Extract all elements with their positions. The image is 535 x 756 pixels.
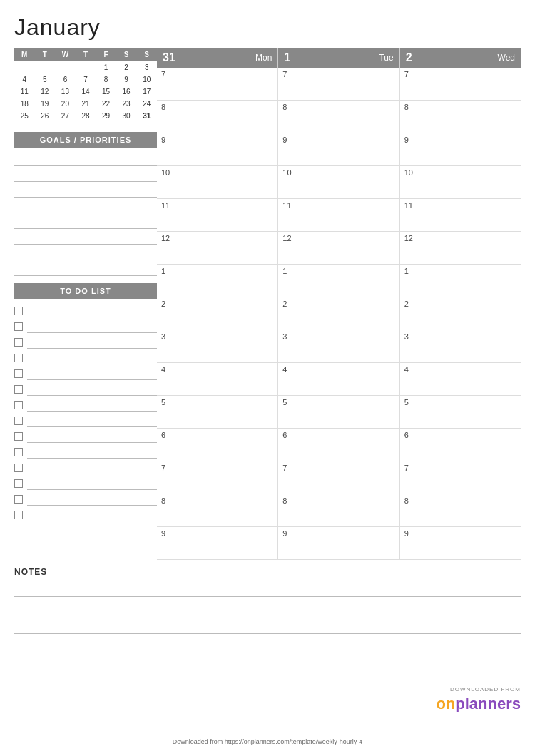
footer-link[interactable]: https://onplanners.com/template/weekly-h… (225, 738, 363, 745)
todo-item (14, 350, 157, 366)
time-row: 555 (157, 396, 521, 429)
goal-line (14, 168, 157, 182)
cal-day: 17 (136, 86, 157, 98)
todo-item (14, 460, 157, 476)
time-label: 12 (161, 234, 273, 242)
time-label: 8 (404, 103, 516, 111)
watermark-planners: planners (455, 695, 521, 713)
time-label: 1 (282, 267, 394, 275)
time-cell: 5 (278, 396, 399, 428)
todo-item-line (27, 430, 157, 443)
todo-checkbox[interactable] (14, 338, 23, 347)
cal-day: 31 (136, 110, 157, 122)
time-cell: 2 (400, 297, 521, 330)
time-label: 10 (161, 168, 273, 177)
time-cell: 7 (157, 68, 278, 100)
todo-checkbox[interactable] (14, 479, 23, 488)
todo-item-line (27, 383, 157, 396)
cal-header: W (55, 48, 76, 61)
time-cell: 4 (400, 363, 521, 395)
todo-checkbox[interactable] (14, 464, 23, 472)
todo-item-line (27, 367, 157, 380)
cal-day: 30 (116, 110, 137, 122)
time-label: 7 (404, 70, 516, 78)
todo-items (14, 303, 157, 523)
time-row: 999 (157, 527, 521, 560)
cal-header: M (14, 48, 35, 61)
time-label: 5 (282, 398, 394, 407)
goals-lines (14, 152, 157, 276)
cal-day: 6 (55, 73, 76, 86)
todo-checkbox[interactable] (14, 417, 23, 425)
time-cell: 8 (278, 494, 399, 526)
todo-item (14, 507, 157, 523)
todo-item (14, 444, 157, 460)
time-row: 111111 (157, 199, 521, 232)
todo-item (14, 413, 157, 429)
time-cell: 4 (278, 363, 399, 395)
cal-day: 24 (136, 98, 157, 110)
todo-checkbox[interactable] (14, 322, 23, 331)
time-label: 8 (282, 103, 394, 111)
time-label: 5 (404, 398, 516, 407)
day-header: 31Mon (157, 48, 278, 68)
cal-day: 28 (76, 110, 96, 122)
time-label: 11 (161, 201, 273, 210)
time-cell: 12 (157, 232, 278, 264)
time-label: 3 (404, 332, 516, 341)
cal-day (76, 61, 96, 73)
time-cell: 12 (278, 232, 399, 264)
time-row: 777 (157, 461, 521, 494)
goal-line (14, 215, 157, 229)
time-label: 3 (282, 332, 394, 341)
day-name: Wed (498, 53, 515, 63)
time-cell: 7 (157, 461, 278, 494)
todo-checkbox[interactable] (14, 401, 23, 409)
todo-item (14, 366, 157, 382)
todo-checkbox[interactable] (14, 448, 23, 456)
todo-checkbox[interactable] (14, 511, 23, 519)
cal-day: 20 (55, 98, 76, 110)
notes-section: NOTES (14, 567, 521, 634)
watermark-download-text: DOWNLOADED FROM (450, 687, 521, 693)
time-cell: 3 (400, 330, 521, 362)
mini-calendar: MTWTFSS 12345678910111213141516171819202… (14, 48, 157, 122)
todo-checkbox[interactable] (14, 432, 23, 441)
time-row: 888 (157, 101, 521, 133)
todo-checkbox[interactable] (14, 495, 23, 504)
goal-line (14, 246, 157, 260)
day-number: 2 (406, 51, 412, 64)
todo-checkbox[interactable] (14, 354, 23, 362)
todo-item-line (27, 477, 157, 490)
time-cell: 7 (278, 461, 399, 494)
time-label: 5 (161, 398, 273, 407)
time-label: 4 (161, 365, 273, 374)
time-cell: 3 (157, 330, 278, 362)
time-label: 2 (404, 300, 516, 308)
cal-day: 9 (116, 73, 137, 86)
day-number: 1 (284, 51, 290, 64)
todo-checkbox[interactable] (14, 385, 23, 394)
cal-day: 21 (76, 98, 96, 110)
todo-item-line (27, 509, 157, 521)
time-cell: 7 (400, 461, 521, 494)
schedule-grid: 31Mon1Tue2Wed 77788899910101011111112121… (157, 48, 521, 560)
sidebar: MTWTFSS 12345678910111213141516171819202… (14, 48, 157, 560)
time-label: 9 (282, 136, 394, 144)
watermark-on: on (436, 695, 455, 713)
time-cell: 9 (400, 527, 521, 559)
time-cell: 2 (157, 297, 278, 330)
todo-item (14, 491, 157, 507)
time-label: 7 (282, 464, 394, 472)
todo-checkbox[interactable] (14, 307, 23, 315)
time-cell: 9 (400, 133, 521, 165)
time-label: 3 (161, 332, 273, 341)
time-cell: 11 (157, 199, 278, 231)
time-label: 12 (282, 234, 394, 242)
time-label: 8 (282, 496, 394, 505)
time-label: 9 (282, 529, 394, 538)
time-label: 9 (404, 529, 516, 538)
time-label: 6 (161, 431, 273, 439)
cal-day: 3 (136, 61, 157, 73)
todo-checkbox[interactable] (14, 369, 23, 378)
